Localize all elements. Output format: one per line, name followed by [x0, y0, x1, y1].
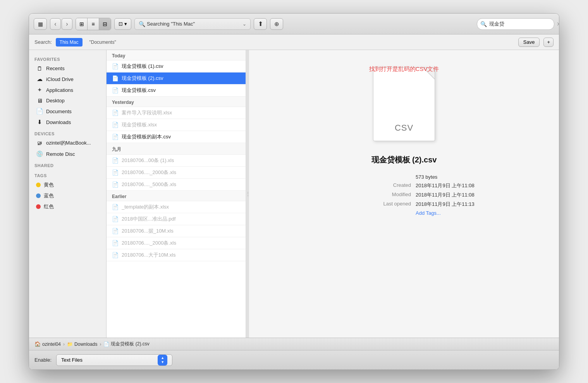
section-yesterday: Yesterday — [107, 97, 246, 107]
downloads-icon: ⬇ — [36, 119, 43, 126]
file-name: 现金贷模板的副本.csv — [122, 133, 240, 140]
share-button[interactable]: ⬆ — [254, 18, 267, 30]
devices-section-label: Devices — [29, 128, 106, 138]
sidebar-item-documents[interactable]: 📄 Documents — [31, 106, 105, 117]
tags-section-label: Tags — [29, 169, 106, 179]
share-icon: ⬆ — [258, 20, 263, 28]
file-item[interactable]: 📄 现金贷模板 (1).csv — [107, 60, 246, 72]
add-tags-link[interactable]: Add Tags... — [416, 210, 441, 216]
arrange-button[interactable]: ⊡ ▾ — [114, 18, 131, 30]
location-bar[interactable]: 🔍 Searching "This Mac" ⌄ — [134, 18, 251, 30]
back-button[interactable]: ‹ — [50, 18, 61, 30]
remote-disc-icon: 💿 — [36, 150, 43, 157]
created-value: 2018年11月9日 上午11:08 — [416, 182, 478, 189]
documents-icon: 📄 — [36, 108, 43, 115]
path-separator: › — [63, 342, 65, 347]
sidebar-item-remote-disc[interactable]: 💿 Remote Disc — [31, 148, 105, 159]
meta-modified-row: Modified 2018年11月9日 上午11:08 — [330, 190, 478, 200]
file-name: 2018中国区...准出品.pdf — [122, 216, 240, 223]
path-home-label: ozintel04 — [42, 342, 61, 347]
sidebar-item-macbook[interactable]: 🖳 ozintel的MacBook... — [31, 138, 105, 148]
file-icon: 📄 — [112, 122, 119, 128]
yellow-dot — [36, 183, 41, 187]
search-input[interactable]: 现金贷 — [489, 21, 554, 27]
sidebar-item-label: ozintel的MacBook... — [46, 140, 91, 147]
search-scope-bar: Search: This Mac "Documents" Save + — [29, 35, 559, 50]
size-value: 573 bytes — [416, 174, 478, 180]
file-name: 现金贷模板.csv — [122, 87, 240, 94]
modified-label: Modified — [372, 192, 411, 198]
view-list-button[interactable]: ≡ — [88, 18, 99, 30]
toolbar: ▦ ‹ › ⊞ ≡ ⊟ ⊡ ▾ 🔍 Searchi — [29, 14, 559, 35]
file-name: 现金贷模板 (1).csv — [122, 63, 240, 70]
macbook-icon: 🖳 — [36, 140, 43, 146]
file-icon: 📄 — [112, 63, 119, 69]
last-opened-label: Last opened — [372, 201, 411, 208]
view-column-button[interactable]: ⊟ — [99, 18, 111, 30]
file-item[interactable]: 📄 现金贷模板.csv — [107, 85, 246, 97]
file-list-pane: Today 📄 现金贷模板 (1).csv 📄 现金贷模板 (2).csv 📄 … — [107, 50, 246, 338]
file-name: 案件导入字段说明.xlsx — [122, 109, 240, 116]
sidebar-item-tag-yellow[interactable]: 黄色 — [31, 179, 105, 190]
file-item-disabled[interactable]: 📄 20180706...._2000条.xls — [107, 237, 246, 249]
scope-this-mac-button[interactable]: This Mac — [56, 38, 83, 47]
meta-created-row: Created 2018年11月9日 上午11:08 — [330, 181, 478, 190]
sidebar-item-tag-blue[interactable]: 蓝色 — [31, 190, 105, 201]
sidebar-item-recents[interactable]: 🗒 Recents — [31, 63, 105, 74]
tag-button[interactable]: ⊕ — [270, 18, 283, 30]
path-folder-icon: 📁 — [67, 342, 73, 347]
file-item[interactable]: 📄 现金贷模板的副本.csv — [107, 131, 246, 143]
file-name: 20180706...._2000条.xls — [122, 240, 240, 247]
location-chevron: ⌄ — [242, 21, 246, 27]
file-name: _template的副本.xlsx — [122, 204, 240, 210]
meta-tags-row: Add Tags... — [330, 209, 478, 217]
path-item-home[interactable]: 🏠 ozintel04 — [34, 341, 61, 347]
file-item-disabled[interactable]: 📄 _template的副本.xlsx — [107, 201, 246, 213]
sidebar-toggle-button[interactable]: ▦ — [34, 18, 47, 30]
sidebar-item-applications[interactable]: ✦ Applications — [31, 85, 105, 95]
finder-window: ▦ ‹ › ⊞ ≡ ⊟ ⊡ ▾ 🔍 Searchi — [29, 13, 559, 370]
file-icon: 📄 — [112, 75, 119, 81]
file-item-disabled[interactable]: 📄 20180706...据_10M.xls — [107, 225, 246, 237]
file-item-disabled[interactable]: 📄 20180706...00条 (1).xls — [107, 155, 246, 167]
file-item-disabled[interactable]: 📄 20180706...._2000条.xls — [107, 167, 246, 179]
file-icon: 📄 — [112, 169, 119, 176]
file-item-disabled[interactable]: 📄 20180706...大于10M.xls — [107, 249, 246, 261]
clear-search-icon[interactable]: ✕ — [557, 21, 559, 27]
forward-button[interactable]: › — [62, 18, 72, 30]
csv-file-icon: CSV — [373, 67, 435, 141]
enable-select[interactable]: Text Files ▲ ▼ — [56, 354, 172, 366]
sidebar-item-downloads[interactable]: ⬇ Downloads — [31, 117, 105, 128]
file-item-disabled[interactable]: 📄 20180706...._5000条.xls — [107, 179, 246, 191]
path-item-file[interactable]: 📄 现金贷模板 (2).csv — [103, 341, 149, 347]
path-separator: › — [100, 342, 101, 347]
view-icon-button[interactable]: ⊞ — [76, 18, 88, 30]
file-item-disabled[interactable]: 📄 现金贷模板.xlsx — [107, 119, 246, 131]
list-icon: ≡ — [91, 21, 95, 27]
arrange-chevron: ▾ — [124, 21, 127, 27]
path-item-downloads[interactable]: 📁 Downloads — [67, 342, 97, 347]
save-button[interactable]: Save — [518, 38, 540, 47]
file-item-selected[interactable]: 📄 现金贷模板 (2).csv — [107, 72, 246, 85]
sidebar-item-desktop[interactable]: 🖥 Desktop — [31, 95, 105, 106]
file-item-disabled[interactable]: 📄 2018中国区...准出品.pdf — [107, 213, 246, 225]
csv-label: CSV — [395, 123, 413, 133]
resize-handle[interactable]: ⋮ — [246, 50, 249, 338]
applications-icon: ✦ — [36, 86, 43, 93]
enable-stepper[interactable]: ▲ ▼ — [158, 355, 167, 366]
nav-buttons: ‹ › — [50, 18, 72, 30]
scope-documents-button[interactable]: "Documents" — [86, 38, 119, 47]
sidebar-item-label: Applications — [46, 87, 73, 93]
location-text: Searching "This Mac" — [147, 21, 241, 27]
sidebar-item-label: 黄色 — [44, 181, 54, 188]
red-dot — [36, 204, 41, 209]
sidebar-item-label: Desktop — [46, 98, 65, 104]
file-item-disabled[interactable]: 📄 案件导入字段说明.xlsx — [107, 107, 246, 119]
sidebar-item-tag-red[interactable]: 红色 — [31, 201, 105, 212]
file-name: 20180706...大于10M.xls — [122, 252, 240, 259]
sidebar-item-icloud[interactable]: ☁ iCloud Drive — [31, 74, 105, 85]
file-icon: 📄 — [112, 228, 119, 234]
file-name: 20180706...00条 (1).xls — [122, 157, 240, 164]
back-icon: ‹ — [54, 21, 56, 28]
add-filter-button[interactable]: + — [543, 38, 554, 47]
